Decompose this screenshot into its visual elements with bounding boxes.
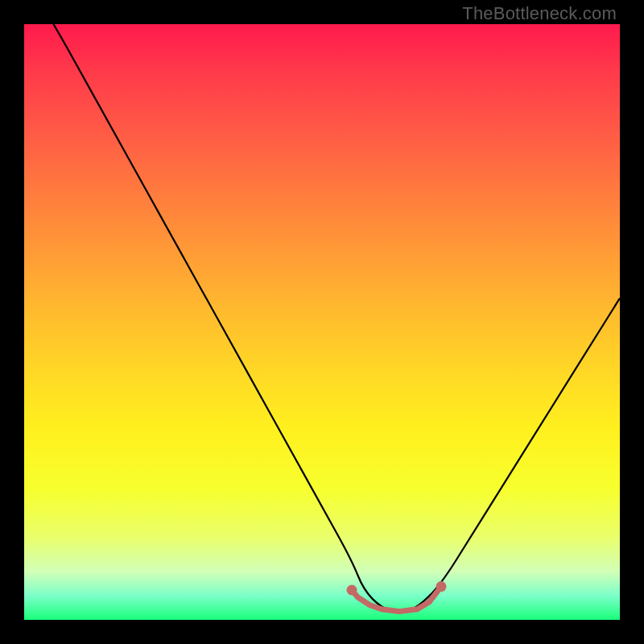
marker-end-dot: [347, 585, 357, 596]
bottleneck-curve: [24, 24, 620, 613]
marker-end-dot: [436, 581, 447, 592]
chart-frame: TheBottleneck.com: [0, 0, 644, 644]
plot-area: [24, 24, 620, 620]
watermark-text: TheBottleneck.com: [462, 3, 617, 24]
curve-layer: [24, 24, 620, 620]
